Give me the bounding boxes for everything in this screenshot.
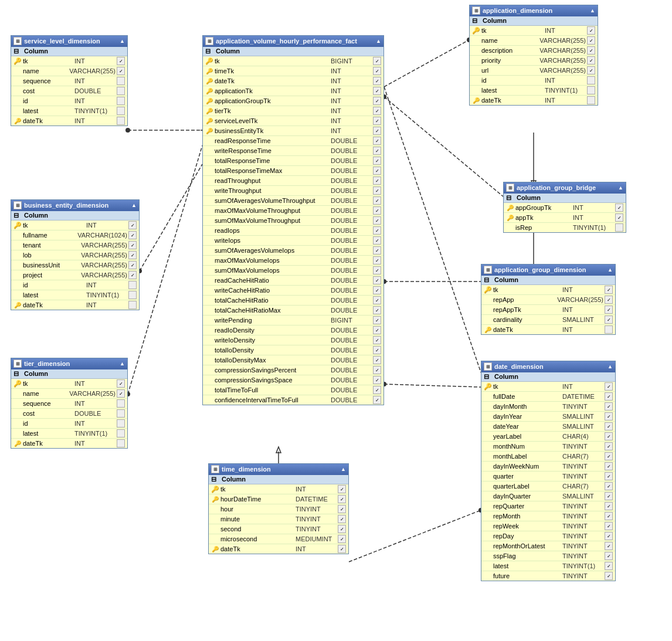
col-check: ✓ — [615, 204, 623, 212]
table-row: readThroughputDOUBLE✓ — [203, 176, 383, 186]
col-name: tk — [23, 380, 73, 387]
col-check: ✓ — [373, 97, 381, 105]
col-type: DOUBLE — [331, 267, 372, 274]
table-title-service_level_dimension: service_level_dimension — [24, 38, 100, 45]
col-name: totalCacheHitRatio — [215, 297, 330, 304]
col-name: compressionSavingsPercent — [215, 367, 330, 374]
empty-icon — [205, 206, 213, 215]
col-type: INT — [562, 383, 603, 390]
empty-icon — [205, 386, 213, 394]
table-row: repAppVARCHAR(255)✓ — [481, 295, 615, 305]
table-row: nameVARCHAR(255)✓ — [470, 36, 598, 46]
table-row: nameVARCHAR(255)✓ — [11, 66, 127, 76]
table-row: dayInWeekNumTINYINT✓ — [481, 462, 615, 472]
empty-icon — [484, 552, 492, 560]
key-icon: 🔑 — [472, 26, 480, 35]
col-check: ✓ — [605, 552, 613, 560]
col-check: ✓ — [587, 36, 595, 45]
sort-icon-service_level_dimension: ▲ — [120, 38, 125, 44]
col-type: INT — [74, 400, 116, 407]
col-name: dateTk — [23, 301, 85, 308]
fk-icon: 🔑 — [484, 325, 492, 334]
table-row: 🔑tkINT✓ — [11, 56, 127, 66]
empty-icon — [13, 409, 22, 418]
table-row: 🔑tkINT✓ — [481, 382, 615, 392]
fk-icon: 🔑 — [205, 87, 213, 95]
col-name: hour — [220, 506, 294, 513]
table-icon-application_dimension: ⊞ — [472, 6, 480, 15]
col-check: ✓ — [373, 356, 381, 364]
table-row: idINT — [11, 96, 127, 106]
col-check: ✓ — [373, 67, 381, 75]
col-name: project — [23, 272, 80, 279]
col-check: ✓ — [373, 57, 381, 65]
table-row: sequenceINT — [11, 399, 127, 409]
empty-icon — [484, 296, 492, 304]
table-header-application_group_bridge: ⊞application_group_bridge▲ — [504, 182, 626, 194]
key-icon: 🔑 — [211, 485, 219, 493]
table-row: descriptionVARCHAR(255)✓ — [470, 46, 598, 56]
col-name: minute — [220, 515, 294, 523]
col-check: ✓ — [117, 379, 125, 388]
table-application_group_bridge: ⊞application_group_bridge▲⊟Column🔑appGro… — [503, 182, 626, 233]
empty-icon — [472, 56, 480, 65]
col-type: TINYINT — [562, 513, 603, 520]
col-name: repDay — [493, 533, 561, 540]
col-check: ✓ — [373, 196, 381, 205]
svg-line-7 — [384, 40, 469, 87]
empty-icon — [13, 67, 22, 75]
col-type: DOUBLE — [331, 337, 372, 344]
empty-icon — [211, 515, 219, 523]
table-row: totalCacheHitRatioDOUBLE✓ — [203, 296, 383, 306]
empty-icon — [13, 77, 22, 85]
col-name: monthNum — [493, 443, 561, 450]
col-name: id — [23, 97, 73, 104]
col-check: ✓ — [117, 389, 125, 398]
col-check: ✓ — [373, 336, 381, 344]
col-name: sequence — [23, 77, 73, 84]
table-row: readResponseTimeDOUBLE✓ — [203, 136, 383, 146]
table-row: idINT — [11, 419, 127, 429]
table-date_dimension: ⊞date_dimension▲⊟Column🔑tkINT✓fullDateDA… — [481, 361, 616, 581]
table-row: lobVARCHAR(255)✓ — [11, 250, 139, 260]
col-check: ✓ — [373, 177, 381, 185]
empty-icon — [472, 86, 480, 94]
table-row: totalTimeToFullDOUBLE✓ — [203, 385, 383, 395]
col-name: businessUnit — [23, 262, 80, 269]
col-check: ✓ — [373, 117, 381, 125]
empty-icon — [484, 482, 492, 490]
col-check: ✓ — [605, 382, 613, 391]
col-type: INT — [331, 97, 372, 104]
col-name: repMonthOrLatest — [493, 542, 561, 550]
col-name: cardinality — [493, 316, 561, 323]
empty-icon — [205, 356, 213, 364]
col-type: TINYINT — [562, 443, 603, 450]
col-type: TINYINT — [562, 473, 603, 480]
table-row: costDOUBLE — [11, 409, 127, 419]
table-row: microsecondMEDIUMINT✓ — [209, 534, 348, 544]
sort-icon-application_group_dimension: ▲ — [607, 267, 613, 273]
empty-icon — [13, 271, 22, 279]
fk-icon: 🔑 — [506, 213, 514, 222]
col-name: sspFlag — [493, 552, 561, 559]
table-row: writeIoDensityDOUBLE✓ — [203, 335, 383, 345]
col-type: INT — [86, 282, 127, 289]
col-name: timeTk — [215, 67, 330, 74]
table-row: 🔑dateTkINT — [11, 439, 127, 448]
table-header-application_group_dimension: ⊞application_group_dimension▲ — [481, 264, 615, 276]
empty-icon — [13, 429, 22, 437]
col-header-icon-time_dimension: ⊟ — [211, 476, 219, 483]
table-row: 🔑tierTkINT✓ — [203, 106, 383, 116]
svg-point-1 — [125, 128, 130, 133]
col-name: dateTk — [23, 117, 73, 124]
table-row: 🔑hourDateTimeDATETIME✓ — [209, 494, 348, 504]
col-check: ✓ — [128, 231, 137, 239]
col-check: ✓ — [128, 241, 137, 249]
table-row: latestTINYINT(1) — [11, 429, 127, 439]
col-check: ✓ — [373, 137, 381, 145]
table-row: idINT — [470, 76, 598, 86]
col-name: writeThroughput — [215, 187, 330, 194]
col-type: SMALLINT — [562, 316, 603, 323]
table-time_dimension: ⊞time_dimension▲⊟Column🔑tkINT✓🔑hourDateT… — [208, 463, 349, 554]
fk-icon: 🔑 — [211, 545, 219, 553]
